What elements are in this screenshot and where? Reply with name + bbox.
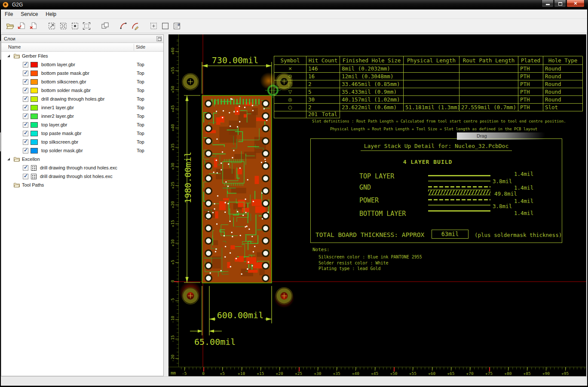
ruler-unit-label: mm (171, 371, 176, 375)
tree-group-excellon[interactable]: Excellon (1, 155, 163, 163)
menu-item-file[interactable]: File (1, 9, 17, 19)
tree-row-drill-drawing-through-round-holes-exc[interactable]: drill drawing through round holes.exc (1, 163, 163, 172)
close-gerber-button[interactable] (28, 20, 39, 32)
zoom-fit-button[interactable] (58, 20, 69, 32)
drill-total-empty-cell (274, 111, 306, 118)
layer-visibility-checkbox[interactable] (23, 174, 28, 179)
drill-table-header-cell: Physical Length (404, 56, 459, 65)
layer-color-swatch[interactable] (31, 139, 38, 145)
zoom-window-button[interactable] (46, 20, 58, 32)
v-ruler-label: -10 (170, 316, 175, 323)
h-ruler: mm -50+5+10+15+20+25+30+35+40+45+50+55+6… (168, 367, 586, 376)
layer-name: top paste mask.gbr (41, 131, 82, 136)
arc-edit-button[interactable] (129, 20, 141, 32)
v-ruler-tick (175, 339, 179, 339)
v-ruler-tick (175, 51, 179, 52)
layer-visibility-checkbox[interactable] (23, 114, 28, 119)
menu-item-help[interactable]: Help (42, 9, 60, 19)
layer-color-swatch[interactable] (31, 71, 38, 76)
tree-group-tool-paths[interactable]: Tool Paths (1, 181, 163, 189)
layer-color-swatch[interactable] (31, 122, 38, 128)
h-ruler-tick (242, 367, 242, 371)
pcb-board-render[interactable] (202, 95, 272, 283)
layer-color-swatch[interactable] (31, 62, 38, 68)
stackup-thickness-value: 1.4mil (514, 210, 533, 216)
tile-view-button[interactable] (99, 20, 111, 32)
report-button[interactable] (171, 20, 183, 32)
tree-row-top-paste-mask-gbr[interactable]: top paste mask.gbrTop (1, 129, 163, 138)
layer-visibility-checkbox[interactable] (23, 62, 28, 68)
tree-row-bottom-layer-gbr[interactable]: bottom layer.gbrTop (1, 60, 163, 69)
layer-visibility-checkbox[interactable] (23, 131, 28, 136)
layer-visibility-checkbox[interactable] (23, 165, 28, 171)
stackup-layer-label: GND (359, 184, 371, 191)
slot-definitions-line2: Physical Length = Rout Path Length + Too… (330, 127, 537, 131)
open-file-button[interactable] (4, 20, 16, 32)
layer-side: Top (137, 79, 144, 84)
zoom-selection-button[interactable] (69, 20, 81, 32)
h-ruler-tick (451, 367, 451, 371)
v-ruler-tick (175, 147, 179, 147)
name-column-header[interactable]: Name (8, 44, 21, 49)
layer-color-swatch[interactable] (31, 88, 38, 93)
h-ruler-label: +5 (220, 371, 225, 376)
layer-color-swatch[interactable] (31, 148, 38, 154)
tree-row-top-solder-mask-gbr[interactable]: top solder mask.gbrTop (1, 146, 163, 155)
drill-table-cell: PTH (518, 88, 543, 96)
title-bar[interactable]: G2G × (0, 0, 588, 9)
column-divider[interactable] (134, 44, 134, 51)
menu-item-service[interactable]: Service (17, 9, 42, 19)
layer-color-swatch[interactable] (31, 105, 38, 111)
tree-row-inner2-layer-gbr[interactable]: inner2 layer.gbrTop (1, 112, 163, 120)
drill-table-cell: 2 (306, 80, 340, 88)
layer-color-swatch[interactable] (31, 131, 38, 136)
fiducial-target (182, 288, 199, 304)
drill-table-cell: 40.157mil (1.02mm) (340, 96, 404, 104)
float-panel-button[interactable] (156, 36, 162, 41)
layers-panel-header[interactable]: Слои (1, 35, 163, 43)
zoom-extents-button[interactable] (81, 20, 92, 32)
frame-toggle-button[interactable] (159, 20, 171, 32)
layer-visibility-checkbox[interactable] (23, 105, 28, 111)
layer-color-swatch[interactable] (31, 96, 38, 102)
stackup-thickness-value: 49.8mil (494, 190, 517, 197)
layer-color-swatch[interactable] (31, 114, 38, 119)
v-ruler-tick (175, 166, 179, 167)
layer-visibility-checkbox[interactable] (23, 139, 28, 145)
h-ruler-label: +75 (485, 371, 493, 376)
maximize-button[interactable] (554, 0, 566, 7)
tree-row-bottom-solder-mask-gbr[interactable]: bottom solder mask.gbrTop (1, 86, 163, 95)
tree-row-bottom-paste-mask-gbr[interactable]: bottom paste mask.gbrTop (1, 69, 163, 77)
tree-row-top-layer-gbr[interactable]: top layer.gbrTop (1, 120, 163, 129)
tree-row-inner1-layer-gbr[interactable]: inner1 layer.gbrTop (1, 103, 163, 112)
close-icon: × (574, 0, 577, 6)
expand-icon[interactable] (7, 158, 10, 160)
import-gerber-button[interactable] (16, 20, 28, 32)
layer-visibility-checkbox[interactable] (23, 122, 28, 128)
side-column-header[interactable]: Side (136, 44, 145, 49)
app-icon (3, 2, 9, 8)
tree-row-bottom-silkscreen-gbr[interactable]: bottom silkscreen.gbrTop (1, 77, 163, 86)
tree-row-top-silkscreen-gbr[interactable]: top silkscreen.gbrTop (1, 138, 163, 146)
close-button[interactable]: × (567, 0, 585, 7)
layer-visibility-checkbox[interactable] (23, 71, 28, 76)
dimension-width-label: 730.00mil (212, 55, 258, 65)
drill-table-cell: 33.465mil (0.85mm) (340, 80, 404, 88)
layer-visibility-checkbox[interactable] (23, 96, 28, 102)
layer-visibility-checkbox[interactable] (23, 79, 28, 85)
stackup-thickness-value: 1.4mil (514, 198, 533, 204)
tree-group-gerber-files[interactable]: Gerber Files (1, 52, 163, 60)
dimension-offset-label: 65.00mil (194, 337, 236, 347)
tree-row-drill-drawing-through-holes-gbr[interactable]: drill drawing through holes.gbrTop (1, 95, 163, 103)
tree-row-drill-drawing-through-slot-holes-exc[interactable]: drill drawing through slot holes.exc (1, 172, 163, 181)
expand-icon[interactable] (7, 55, 10, 57)
layer-color-swatch[interactable] (31, 79, 38, 85)
minimize-button[interactable] (542, 0, 554, 7)
grid-toggle-button[interactable] (148, 20, 159, 32)
cad-canvas[interactable]: 730.00mil 1980.00mil 600.00mil 65.00mil … (168, 34, 586, 376)
arc-tool-button[interactable] (118, 20, 129, 32)
drill-table-cell: 35.433mil (0.9mm) (340, 88, 404, 96)
v-ruler-label: -5 (170, 298, 175, 303)
layer-visibility-checkbox[interactable] (23, 148, 28, 154)
layer-visibility-checkbox[interactable] (23, 88, 28, 93)
